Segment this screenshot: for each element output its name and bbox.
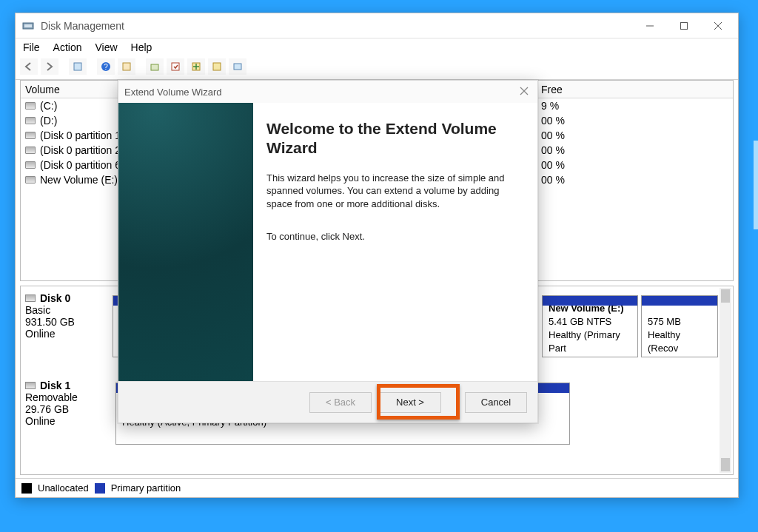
volume-icon xyxy=(25,117,36,124)
svg-rect-10 xyxy=(151,64,158,70)
wizard-button-row: < Back Next > Cancel xyxy=(118,381,537,422)
toolbar-btn-2[interactable] xyxy=(118,58,135,75)
menu-action[interactable]: Action xyxy=(53,41,82,53)
forward-icon[interactable] xyxy=(41,58,58,75)
svg-rect-14 xyxy=(234,64,241,70)
minimize-button[interactable] xyxy=(633,15,667,37)
toolbar-btn-6[interactable] xyxy=(208,58,226,75)
menu-file[interactable]: File xyxy=(23,41,40,53)
partition-recovery[interactable]: 575 MB Healthy (Recov xyxy=(641,295,718,357)
svg-rect-3 xyxy=(681,22,688,29)
free-value: 9 % xyxy=(537,98,603,113)
svg-rect-11 xyxy=(172,63,179,70)
volume-icon xyxy=(25,161,36,169)
legend-swatch-primary xyxy=(95,483,105,494)
toolbar-btn-3[interactable] xyxy=(146,58,164,75)
disk-icon xyxy=(25,382,36,389)
partition-new-volume-e[interactable]: New Volume (E:) 5.41 GB NTFS Healthy (Pr… xyxy=(542,295,638,357)
back-icon[interactable] xyxy=(20,58,38,75)
free-value: 00 % xyxy=(537,113,603,128)
wizard-title: Extend Volume Wizard xyxy=(124,87,222,98)
window-title: Disk Management xyxy=(41,20,124,32)
wizard-close-icon[interactable] xyxy=(517,85,531,98)
close-button[interactable] xyxy=(701,15,735,37)
wizard-heading: Welcome to the Extend Volume Wizard xyxy=(266,119,521,158)
extend-volume-wizard-dialog: Extend Volume Wizard Welcome to the Exte… xyxy=(118,80,538,423)
toolbar-btn-1[interactable] xyxy=(69,58,87,75)
back-button[interactable]: < Back xyxy=(309,392,372,413)
wizard-main: Welcome to the Extend Volume Wizard This… xyxy=(253,103,537,381)
svg-rect-9 xyxy=(123,63,130,70)
free-value: 00 % xyxy=(537,158,603,172)
column-free: Free 9 % 00 % 00 % 00 % 00 % 00 % xyxy=(537,81,603,187)
disk-label: Disk 0 Basic 931.50 GB Online xyxy=(25,292,110,340)
free-value: 00 % xyxy=(537,172,603,187)
toolbar: ? xyxy=(16,56,738,80)
volume-icon xyxy=(25,132,36,139)
scrollbar-vertical[interactable] xyxy=(720,288,731,473)
svg-rect-13 xyxy=(213,63,221,70)
free-value: 00 % xyxy=(537,143,603,158)
legend-label-primary: Primary partition xyxy=(111,482,181,494)
app-icon xyxy=(21,19,35,33)
svg-rect-1 xyxy=(24,24,32,27)
toolbar-btn-4[interactable] xyxy=(167,58,184,75)
disk-label: Disk 1 Removable 29.76 GB Online xyxy=(25,380,110,427)
svg-text:?: ? xyxy=(104,63,108,71)
svg-rect-6 xyxy=(74,63,81,70)
maximize-button[interactable] xyxy=(667,15,701,37)
titlebar: Disk Management xyxy=(16,13,738,38)
menu-help[interactable]: Help xyxy=(131,41,152,53)
wizard-titlebar: Extend Volume Wizard xyxy=(118,81,537,103)
volume-icon xyxy=(25,176,36,183)
legend-swatch-unallocated xyxy=(21,483,32,494)
wizard-side-graphic xyxy=(118,103,253,381)
next-button[interactable]: Next > xyxy=(379,392,441,413)
free-value: 00 % xyxy=(537,128,603,143)
toolbar-btn-7[interactable] xyxy=(229,58,246,75)
menubar: File Action View Help xyxy=(16,38,738,56)
cancel-button[interactable]: Cancel xyxy=(465,392,527,413)
legend-label-unallocated: Unallocated xyxy=(38,482,89,494)
legend: Unallocated Primary partition xyxy=(16,478,738,497)
disk-icon xyxy=(25,294,36,302)
wizard-paragraph: This wizard helps you to increase the si… xyxy=(266,172,521,211)
toolbar-btn-5[interactable] xyxy=(187,58,205,75)
column-header-free[interactable]: Free xyxy=(537,81,603,98)
help-icon[interactable]: ? xyxy=(97,58,115,75)
desktop-edge xyxy=(754,141,758,229)
wizard-paragraph: To continue, click Next. xyxy=(266,231,521,242)
volume-icon xyxy=(25,102,36,110)
menu-view[interactable]: View xyxy=(95,41,117,53)
volume-icon xyxy=(25,147,36,154)
